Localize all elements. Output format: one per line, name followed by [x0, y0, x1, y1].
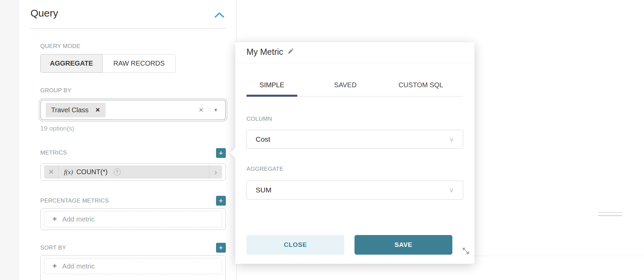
percentage-metrics-label: PERCENTAGE METRICS	[40, 197, 109, 204]
function-icon: f(x)	[64, 168, 73, 176]
remove-metric-icon[interactable]: ✕	[44, 168, 58, 176]
chevron-up-icon	[213, 11, 226, 20]
column-label: COLUMN	[246, 116, 272, 122]
column-select[interactable]: Cost ∨	[246, 130, 463, 149]
sort-by-container: + Add metric	[40, 255, 226, 280]
popover-title: My Metric	[246, 47, 283, 57]
aggregate-select[interactable]: SUM ∨	[246, 181, 463, 200]
aggregate-select-value: SUM	[256, 186, 272, 194]
collapse-section-button[interactable]	[213, 11, 226, 20]
plus-icon: +	[219, 244, 223, 252]
metrics-label: METRICS	[40, 149, 67, 156]
query-mode-aggregate-button[interactable]: AGGREGATE	[40, 54, 103, 73]
drag-handle-line[interactable]	[598, 212, 622, 213]
plus-icon: +	[52, 262, 57, 271]
pill-divider	[58, 165, 59, 179]
tab-simple[interactable]: SIMPLE	[246, 81, 297, 89]
column-select-value: Cost	[256, 135, 270, 143]
sort-by-label: SORT BY	[40, 244, 66, 251]
plus-icon: +	[219, 197, 223, 205]
active-tab-indicator	[246, 95, 297, 97]
group-by-select[interactable]: Travel Class ✕ × ▾	[40, 100, 226, 120]
plus-icon: +	[219, 149, 223, 157]
chevron-right-icon: ›	[209, 167, 222, 177]
query-mode-label: QUERY MODE	[40, 43, 81, 50]
metric-pill-count[interactable]: ✕ f(x) COUNT(*) ? ›	[44, 165, 222, 179]
chevron-down-icon: ∨	[449, 135, 454, 143]
pencil-icon	[287, 47, 295, 55]
left-gutter	[0, 0, 19, 280]
save-button[interactable]: SAVE	[355, 235, 452, 255]
remove-chip-icon[interactable]: ✕	[95, 107, 100, 114]
group-by-options-hint: 19 option(s)	[40, 125, 74, 132]
add-sort-by-button[interactable]: +	[216, 243, 226, 253]
close-button[interactable]: CLOSE	[246, 235, 344, 255]
caret-down-icon[interactable]: ▾	[214, 107, 217, 113]
resize-diagonal-icon	[461, 247, 470, 255]
add-percentage-metric-button[interactable]: +	[216, 196, 226, 206]
add-metric-placeholder: Add metric	[62, 215, 95, 223]
drag-handle-line[interactable]	[598, 215, 622, 216]
tab-custom-sql[interactable]: CUSTOM SQL	[395, 81, 446, 89]
group-by-chip[interactable]: Travel Class ✕	[46, 103, 106, 117]
aggregate-label: AGGREGATE	[246, 166, 283, 172]
sort-by-add-dropzone[interactable]: + Add metric	[44, 258, 222, 274]
metric-edit-popover: My Metric SIMPLE SAVED CUSTOM SQL COLUMN…	[235, 42, 474, 264]
group-by-label: GROUP BY	[40, 87, 71, 94]
query-mode-segmented-control: AGGREGATE RAW RECORDS	[40, 54, 176, 73]
edit-title-button[interactable]	[287, 47, 295, 57]
help-icon[interactable]: ?	[114, 168, 121, 176]
group-by-chip-label: Travel Class	[51, 106, 88, 114]
metric-pill-expand[interactable]: ›	[209, 165, 222, 179]
plus-icon: +	[52, 215, 57, 224]
percentage-metrics-add-dropzone[interactable]: + Add metric	[44, 211, 222, 227]
popover-arrow	[230, 147, 240, 158]
query-section-title: Query	[30, 7, 58, 19]
popover-resize-handle[interactable]	[461, 247, 470, 255]
popover-header-divider	[235, 64, 474, 64]
chevron-down-icon: ∨	[449, 186, 454, 194]
tab-saved[interactable]: SAVED	[320, 81, 371, 89]
metrics-container: ✕ f(x) COUNT(*) ? ›	[40, 163, 226, 181]
query-mode-raw-records-button[interactable]: RAW RECORDS	[103, 54, 176, 73]
add-metric-button[interactable]: +	[216, 148, 226, 158]
metric-pill-label: COUNT(*)	[76, 168, 107, 176]
add-metric-placeholder: Add metric	[62, 262, 95, 270]
percentage-metrics-container: + Add metric	[40, 208, 226, 230]
section-divider	[30, 28, 226, 29]
clear-select-icon[interactable]: ×	[199, 106, 203, 114]
